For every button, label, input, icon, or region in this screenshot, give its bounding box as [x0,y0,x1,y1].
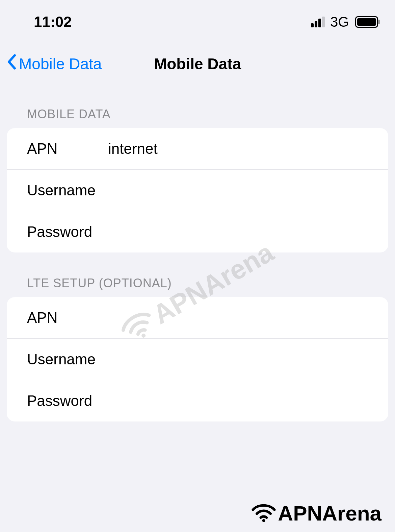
row-lte-username[interactable]: Username [7,339,388,380]
row-username[interactable]: Username [7,170,388,211]
content: MOBILE DATA APN Username Password LTE SE… [0,87,395,421]
password-input[interactable] [108,223,375,240]
lte-password-input[interactable] [108,392,375,409]
status-time: 11:02 [34,14,72,30]
lte-apn-label: APN [27,309,108,326]
row-apn[interactable]: APN [7,128,388,170]
section-header-mobile-data: MOBILE DATA [7,107,388,128]
signal-icon [311,17,325,27]
svg-point-1 [262,519,265,522]
status-indicators: 3G [311,14,378,30]
username-input[interactable] [108,182,375,199]
password-label: Password [27,223,108,240]
section-mobile-data: APN Username Password [7,128,388,252]
username-label: Username [27,182,108,199]
back-label: Mobile Data [19,55,102,73]
chevron-left-icon [7,54,16,73]
row-password[interactable]: Password [7,211,388,252]
back-button[interactable]: Mobile Data [7,54,102,73]
lte-username-label: Username [27,351,108,368]
page-title: Mobile Data [154,55,241,73]
network-type: 3G [330,14,349,30]
section-lte-setup: APN Username Password [7,297,388,421]
row-lte-apn[interactable]: APN [7,297,388,339]
lte-apn-input[interactable] [108,309,375,326]
wifi-icon [252,503,276,524]
apn-label: APN [27,140,108,157]
lte-username-input[interactable] [108,351,375,368]
navigation-bar: Mobile Data Mobile Data [0,37,395,87]
lte-password-label: Password [27,392,108,409]
row-lte-password[interactable]: Password [7,380,388,421]
battery-icon [355,16,378,28]
status-bar: 11:02 3G [0,0,395,37]
section-header-lte: LTE SETUP (OPTIONAL) [7,276,388,297]
apn-input[interactable] [108,140,375,157]
watermark-bottom: APNArena [252,501,381,525]
watermark-text: APNArena [278,501,381,525]
